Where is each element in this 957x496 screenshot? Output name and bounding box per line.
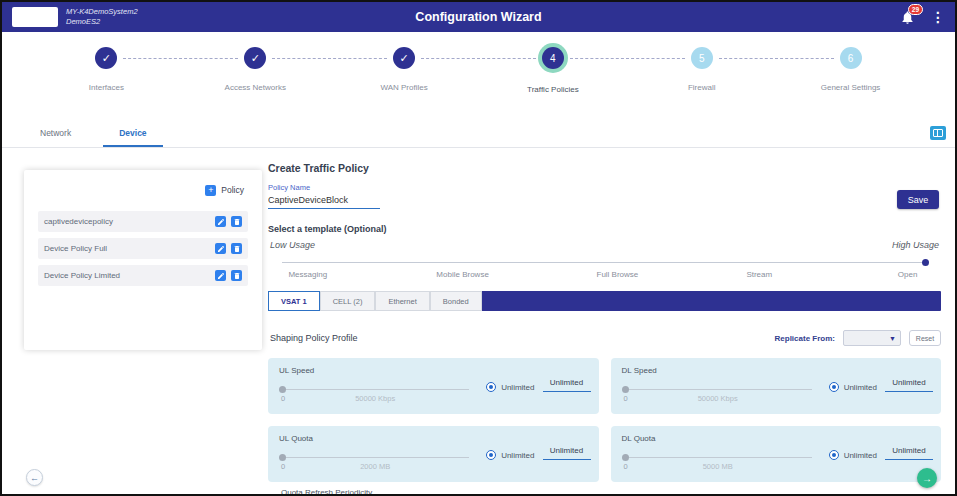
dl-quota-panel: DL Quota 0 5000 MB Unlimited Unlimited — [611, 426, 942, 482]
save-button[interactable]: Save — [897, 190, 939, 209]
panel-toggle-icon[interactable] — [930, 126, 946, 140]
radio-label: Unlimited — [501, 383, 534, 392]
step-label: Firewall — [688, 83, 716, 92]
tab-ethernet[interactable]: Ethernet — [375, 291, 429, 311]
high-usage-label: High Usage — [892, 240, 939, 250]
step-circle: 5 — [691, 47, 713, 69]
step-label: WAN Profiles — [380, 83, 427, 92]
slider-track — [624, 389, 812, 390]
ul-speed-panel: UL Speed 0 50000 Kbps Unlimited Unlimite… — [268, 358, 599, 414]
slider-option-mobile-browse[interactable]: Mobile Browse — [436, 270, 488, 279]
slider-min: 0 — [281, 394, 285, 403]
policy-list-item[interactable]: Device Policy Limited — [38, 265, 248, 286]
tab-network[interactable]: Network — [16, 118, 95, 147]
policy-name-label: Policy Name — [268, 183, 310, 192]
tab-device[interactable]: Device — [95, 118, 170, 147]
slider-option-stream[interactable]: Stream — [746, 270, 772, 279]
dl-quota-slider[interactable]: 0 5000 MB — [624, 457, 812, 471]
step-circle: ✓ — [244, 47, 266, 69]
wan-profile-tabs: VSAT 1 CELL (2) Ethernet Bonded — [268, 291, 941, 311]
menu-kebab-icon[interactable]: ⋮ — [931, 10, 945, 24]
notifications-bell-icon[interactable]: 29 — [900, 10, 915, 25]
slider-handle[interactable] — [279, 454, 286, 461]
dl-quota-unlimited-radio[interactable]: Unlimited — [829, 450, 877, 460]
dl-speed-slider[interactable]: 0 50000 Kbps — [624, 389, 812, 403]
slider-option-messaging[interactable]: Messaging — [288, 270, 327, 279]
edit-policy-icon[interactable] — [215, 243, 226, 254]
step-circle: ✓ — [95, 47, 117, 69]
panel-title: DL Quota — [622, 434, 656, 443]
chevron-down-icon: ▼ — [889, 335, 896, 342]
slider-handle[interactable] — [622, 454, 629, 461]
titlebar-actions: 29 ⋮ — [900, 10, 945, 25]
edit-policy-icon[interactable] — [215, 216, 226, 227]
step-label: Access Networks — [225, 83, 286, 92]
step-number: 4 — [550, 53, 556, 64]
check-icon: ✓ — [102, 52, 111, 65]
delete-policy-icon[interactable] — [231, 216, 242, 227]
page-title: Configuration Wizard — [2, 10, 955, 24]
shaping-title: Shaping Policy Profile — [270, 333, 358, 343]
ul-quota-value-field[interactable]: Unlimited — [543, 446, 591, 460]
policy-name: captivedevicepolicy — [44, 217, 210, 226]
slider-option-open[interactable]: Open — [898, 270, 918, 279]
edit-policy-icon[interactable] — [215, 270, 226, 281]
tab-bonded[interactable]: Bonded — [430, 291, 482, 311]
tab-vsat1[interactable]: VSAT 1 — [268, 291, 320, 311]
slider-max: 5000 MB — [703, 462, 733, 471]
policy-name: Device Policy Limited — [44, 271, 210, 280]
back-button[interactable]: ← — [26, 469, 43, 486]
policy-name-input[interactable] — [268, 193, 380, 209]
template-slider[interactable]: Messaging Mobile Browse Full Browse Stre… — [282, 258, 927, 286]
scope-tabs: Network Device — [2, 118, 955, 148]
slider-min: 0 — [624, 394, 628, 403]
delete-policy-icon[interactable] — [231, 270, 242, 281]
ul-quota-unlimited-radio[interactable]: Unlimited — [486, 450, 534, 460]
step-general-settings[interactable]: 6 General Settings — [776, 47, 925, 118]
dl-quota-value-field[interactable]: Unlimited — [885, 446, 933, 460]
form-title: Create Traffic Policy — [268, 162, 369, 174]
reset-button[interactable]: Reset — [909, 330, 941, 346]
ul-speed-unlimited-radio[interactable]: Unlimited — [486, 382, 534, 392]
radio-label: Unlimited — [501, 451, 534, 460]
radio-label: Unlimited — [844, 383, 877, 392]
policy-list-item[interactable]: Device Policy Full — [38, 238, 248, 259]
check-icon: ✓ — [251, 52, 260, 65]
ul-quota-panel: UL Quota 0 2000 MB Unlimited Unlimited — [268, 426, 599, 482]
slider-track — [624, 457, 812, 458]
template-section-label: Select a template (Optional) — [268, 224, 387, 234]
policy-name: Device Policy Full — [44, 244, 210, 253]
step-number: 5 — [699, 53, 705, 64]
add-policy-button[interactable]: + Policy — [34, 182, 244, 198]
slider-max: 2000 MB — [360, 462, 390, 471]
ul-quota-slider[interactable]: 0 2000 MB — [281, 457, 469, 471]
slider-handle[interactable] — [622, 386, 629, 393]
step-number: 6 — [848, 53, 854, 64]
slider-min: 0 — [624, 462, 628, 471]
ul-speed-value-field[interactable]: Unlimited — [543, 378, 591, 392]
dl-speed-value-field[interactable]: Unlimited — [885, 378, 933, 392]
next-button[interactable]: → — [917, 468, 937, 488]
replicate-controls: Replicate From: ▼ Reset — [775, 330, 941, 346]
delete-policy-icon[interactable] — [231, 243, 242, 254]
replicate-from-select[interactable]: ▼ — [843, 330, 901, 346]
quota-refresh-label: Quota Refresh Periodicity — [281, 488, 372, 496]
step-label: General Settings — [821, 83, 881, 92]
dl-speed-unlimited-radio[interactable]: Unlimited — [829, 382, 877, 392]
app-window: MY-K4DemoSystem2 DemoES2 Configuration W… — [0, 0, 957, 496]
slider-handle[interactable] — [279, 386, 286, 393]
policy-list-item[interactable]: captivedevicepolicy — [38, 211, 248, 232]
slider-max: 50000 Kbps — [355, 394, 395, 403]
logo — [12, 7, 58, 27]
ul-speed-slider[interactable]: 0 50000 Kbps — [281, 389, 469, 403]
policy-list-panel: + Policy captivedevicepolicy Device Poli… — [24, 170, 262, 350]
radio-checked-icon — [829, 450, 839, 460]
slider-option-full-browse[interactable]: Full Browse — [596, 270, 638, 279]
step-circle: ✓ — [393, 47, 415, 69]
slider-handle[interactable] — [922, 259, 929, 266]
tab-cell[interactable]: CELL (2) — [320, 291, 376, 311]
slider-track — [282, 262, 927, 263]
replicate-from-label: Replicate From: — [775, 334, 835, 343]
dl-speed-panel: DL Speed 0 50000 Kbps Unlimited Unlimite… — [611, 358, 942, 414]
check-icon: ✓ — [399, 52, 408, 65]
